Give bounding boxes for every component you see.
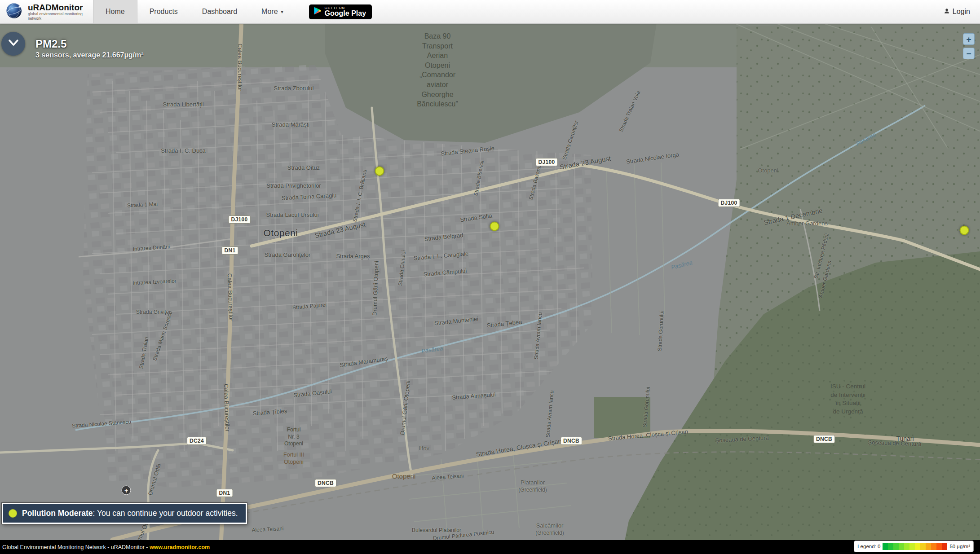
sensor-marker[interactable] [375, 167, 384, 176]
footer-prefix: Global Environmental Monitoring Network … [2, 544, 150, 550]
navbar: uRADMonitor global environmental monitor… [0, 0, 980, 24]
google-play-icon [313, 6, 321, 17]
footer-text: Global Environmental Monitoring Network … [0, 544, 210, 550]
brand-name: uRADMonitor [28, 3, 88, 12]
google-play-line2: Google Play [325, 9, 366, 18]
nav-more-label: More [261, 8, 278, 16]
nav-item-more[interactable]: More ▾ [249, 0, 295, 23]
zoom-in-button[interactable]: + [963, 33, 975, 45]
panel-subtitle: 3 sensors, average 21.667µg/m³ [35, 51, 143, 59]
legend-swatch [883, 543, 888, 550]
legend-swatch [920, 543, 926, 550]
legend-swatch [926, 543, 931, 550]
sensor-marker[interactable] [960, 226, 969, 235]
nav-item-home[interactable]: Home [93, 0, 137, 23]
cluster-plus-marker[interactable]: + [122, 486, 131, 495]
nav-item-products[interactable]: Products [137, 0, 190, 23]
legend-box: Legend: 0 50 µg/m³ [854, 541, 974, 552]
footer-link[interactable]: www.uradmonitor.com [150, 544, 210, 550]
legend-label: Legend: 0 [857, 544, 880, 549]
nav-item-dashboard[interactable]: Dashboard [190, 0, 249, 23]
legend-swatch [904, 543, 909, 550]
login-label: Login [953, 8, 970, 16]
map-terrain [0, 0, 980, 554]
zoom-out-button[interactable]: − [963, 48, 975, 59]
zoom-controls: + − [963, 33, 975, 59]
globe-icon [4, 1, 25, 22]
legend-swatch [893, 543, 899, 550]
sensor-marker[interactable] [490, 222, 499, 231]
main-nav: Home Products Dashboard More ▾ GET IT ON… [93, 0, 372, 23]
pollution-status-text: Pollution Moderate: You can continue you… [22, 509, 238, 518]
pollution-status-advice: : You can continue your outdoor activiti… [93, 509, 238, 518]
legend-swatches [883, 543, 947, 550]
google-play-badge[interactable]: GET IT ON Google Play [309, 4, 372, 19]
person-icon [944, 8, 950, 16]
map-canvas[interactable] [0, 0, 980, 554]
chevron-down-icon [8, 39, 19, 48]
brand-tagline: global environmental monitoring network [28, 12, 88, 21]
pollution-status-level: Pollution Moderate [22, 509, 93, 518]
legend-swatch [915, 543, 920, 550]
legend-swatch [942, 543, 947, 550]
pollution-status-banner: Pollution Moderate: You can continue you… [2, 503, 247, 524]
brand-logo[interactable]: uRADMonitor global environmental monitor… [0, 1, 93, 22]
legend-swatch [909, 543, 915, 550]
legend-swatch [899, 543, 904, 550]
status-dot-icon [9, 509, 17, 518]
footer-bar: Global Environmental Monitoring Network … [0, 540, 980, 554]
panel-title: PM2.5 [35, 38, 66, 50]
panel-collapse-button[interactable] [1, 32, 25, 56]
legend-max-label: 50 µg/m³ [949, 544, 970, 549]
login-button[interactable]: Login [944, 8, 980, 16]
legend-swatch [931, 543, 936, 550]
legend-swatch [888, 543, 893, 550]
chevron-down-icon: ▾ [281, 9, 283, 14]
legend-swatch [936, 543, 942, 550]
